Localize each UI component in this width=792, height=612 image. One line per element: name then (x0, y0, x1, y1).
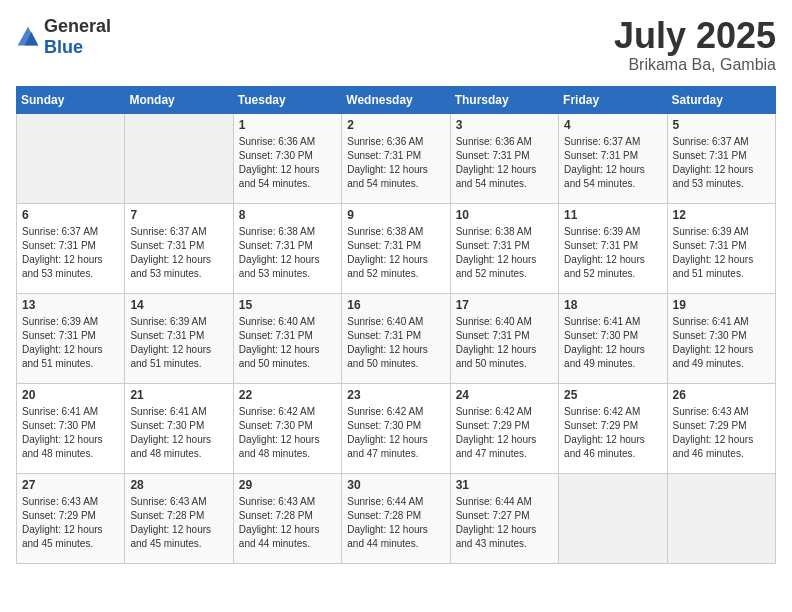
month-title: July 2025 (614, 16, 776, 56)
logo-icon (16, 25, 40, 49)
day-number: 17 (456, 298, 553, 312)
day-info: Sunrise: 6:37 AM Sunset: 7:31 PM Dayligh… (673, 135, 770, 191)
day-number: 16 (347, 298, 444, 312)
day-number: 4 (564, 118, 661, 132)
day-number: 30 (347, 478, 444, 492)
calendar-cell (667, 473, 775, 563)
day-info: Sunrise: 6:44 AM Sunset: 7:27 PM Dayligh… (456, 495, 553, 551)
calendar-cell: 14Sunrise: 6:39 AM Sunset: 7:31 PM Dayli… (125, 293, 233, 383)
day-info: Sunrise: 6:37 AM Sunset: 7:31 PM Dayligh… (130, 225, 227, 281)
day-info: Sunrise: 6:36 AM Sunset: 7:30 PM Dayligh… (239, 135, 336, 191)
page-header: General Blue July 2025 Brikama Ba, Gambi… (16, 16, 776, 74)
calendar-week-row: 1Sunrise: 6:36 AM Sunset: 7:30 PM Daylig… (17, 113, 776, 203)
day-number: 22 (239, 388, 336, 402)
calendar-cell: 16Sunrise: 6:40 AM Sunset: 7:31 PM Dayli… (342, 293, 450, 383)
calendar-cell: 4Sunrise: 6:37 AM Sunset: 7:31 PM Daylig… (559, 113, 667, 203)
calendar-cell: 15Sunrise: 6:40 AM Sunset: 7:31 PM Dayli… (233, 293, 341, 383)
calendar-cell: 30Sunrise: 6:44 AM Sunset: 7:28 PM Dayli… (342, 473, 450, 563)
day-info: Sunrise: 6:40 AM Sunset: 7:31 PM Dayligh… (239, 315, 336, 371)
calendar-week-row: 13Sunrise: 6:39 AM Sunset: 7:31 PM Dayli… (17, 293, 776, 383)
day-info: Sunrise: 6:44 AM Sunset: 7:28 PM Dayligh… (347, 495, 444, 551)
day-number: 5 (673, 118, 770, 132)
day-info: Sunrise: 6:40 AM Sunset: 7:31 PM Dayligh… (347, 315, 444, 371)
calendar-table: SundayMondayTuesdayWednesdayThursdayFrid… (16, 86, 776, 564)
calendar-cell: 19Sunrise: 6:41 AM Sunset: 7:30 PM Dayli… (667, 293, 775, 383)
logo: General Blue (16, 16, 111, 58)
day-info: Sunrise: 6:38 AM Sunset: 7:31 PM Dayligh… (347, 225, 444, 281)
day-number: 20 (22, 388, 119, 402)
logo-blue-text: Blue (44, 37, 83, 57)
day-info: Sunrise: 6:41 AM Sunset: 7:30 PM Dayligh… (22, 405, 119, 461)
weekday-header: Sunday (17, 86, 125, 113)
calendar-cell: 18Sunrise: 6:41 AM Sunset: 7:30 PM Dayli… (559, 293, 667, 383)
day-info: Sunrise: 6:37 AM Sunset: 7:31 PM Dayligh… (564, 135, 661, 191)
day-info: Sunrise: 6:42 AM Sunset: 7:30 PM Dayligh… (239, 405, 336, 461)
day-number: 11 (564, 208, 661, 222)
day-number: 8 (239, 208, 336, 222)
calendar-cell: 2Sunrise: 6:36 AM Sunset: 7:31 PM Daylig… (342, 113, 450, 203)
day-number: 3 (456, 118, 553, 132)
calendar-cell: 20Sunrise: 6:41 AM Sunset: 7:30 PM Dayli… (17, 383, 125, 473)
day-number: 7 (130, 208, 227, 222)
day-number: 29 (239, 478, 336, 492)
calendar-cell: 11Sunrise: 6:39 AM Sunset: 7:31 PM Dayli… (559, 203, 667, 293)
calendar-cell: 17Sunrise: 6:40 AM Sunset: 7:31 PM Dayli… (450, 293, 558, 383)
day-number: 15 (239, 298, 336, 312)
day-info: Sunrise: 6:39 AM Sunset: 7:31 PM Dayligh… (22, 315, 119, 371)
calendar-cell (559, 473, 667, 563)
day-number: 23 (347, 388, 444, 402)
logo-general-text: General (44, 16, 111, 36)
weekday-header: Monday (125, 86, 233, 113)
calendar-cell: 31Sunrise: 6:44 AM Sunset: 7:27 PM Dayli… (450, 473, 558, 563)
day-info: Sunrise: 6:40 AM Sunset: 7:31 PM Dayligh… (456, 315, 553, 371)
day-info: Sunrise: 6:42 AM Sunset: 7:29 PM Dayligh… (564, 405, 661, 461)
calendar-cell (17, 113, 125, 203)
calendar-cell: 25Sunrise: 6:42 AM Sunset: 7:29 PM Dayli… (559, 383, 667, 473)
calendar-cell: 21Sunrise: 6:41 AM Sunset: 7:30 PM Dayli… (125, 383, 233, 473)
day-number: 19 (673, 298, 770, 312)
day-number: 14 (130, 298, 227, 312)
calendar-cell: 27Sunrise: 6:43 AM Sunset: 7:29 PM Dayli… (17, 473, 125, 563)
day-number: 27 (22, 478, 119, 492)
day-number: 6 (22, 208, 119, 222)
weekday-header: Friday (559, 86, 667, 113)
day-info: Sunrise: 6:38 AM Sunset: 7:31 PM Dayligh… (239, 225, 336, 281)
calendar-cell: 24Sunrise: 6:42 AM Sunset: 7:29 PM Dayli… (450, 383, 558, 473)
day-number: 21 (130, 388, 227, 402)
calendar-cell: 12Sunrise: 6:39 AM Sunset: 7:31 PM Dayli… (667, 203, 775, 293)
weekday-header: Wednesday (342, 86, 450, 113)
day-number: 31 (456, 478, 553, 492)
day-number: 28 (130, 478, 227, 492)
day-number: 26 (673, 388, 770, 402)
calendar-week-row: 27Sunrise: 6:43 AM Sunset: 7:29 PM Dayli… (17, 473, 776, 563)
day-number: 18 (564, 298, 661, 312)
calendar-header-row: SundayMondayTuesdayWednesdayThursdayFrid… (17, 86, 776, 113)
day-info: Sunrise: 6:39 AM Sunset: 7:31 PM Dayligh… (130, 315, 227, 371)
calendar-cell: 28Sunrise: 6:43 AM Sunset: 7:28 PM Dayli… (125, 473, 233, 563)
calendar-cell: 13Sunrise: 6:39 AM Sunset: 7:31 PM Dayli… (17, 293, 125, 383)
calendar-cell: 5Sunrise: 6:37 AM Sunset: 7:31 PM Daylig… (667, 113, 775, 203)
day-number: 2 (347, 118, 444, 132)
day-number: 25 (564, 388, 661, 402)
weekday-header: Tuesday (233, 86, 341, 113)
day-info: Sunrise: 6:39 AM Sunset: 7:31 PM Dayligh… (673, 225, 770, 281)
day-info: Sunrise: 6:36 AM Sunset: 7:31 PM Dayligh… (456, 135, 553, 191)
calendar-cell: 29Sunrise: 6:43 AM Sunset: 7:28 PM Dayli… (233, 473, 341, 563)
calendar-cell: 1Sunrise: 6:36 AM Sunset: 7:30 PM Daylig… (233, 113, 341, 203)
calendar-cell: 9Sunrise: 6:38 AM Sunset: 7:31 PM Daylig… (342, 203, 450, 293)
calendar-cell: 10Sunrise: 6:38 AM Sunset: 7:31 PM Dayli… (450, 203, 558, 293)
day-info: Sunrise: 6:39 AM Sunset: 7:31 PM Dayligh… (564, 225, 661, 281)
day-number: 13 (22, 298, 119, 312)
day-info: Sunrise: 6:41 AM Sunset: 7:30 PM Dayligh… (673, 315, 770, 371)
calendar-cell (125, 113, 233, 203)
day-info: Sunrise: 6:43 AM Sunset: 7:28 PM Dayligh… (130, 495, 227, 551)
location-title: Brikama Ba, Gambia (614, 56, 776, 74)
title-block: July 2025 Brikama Ba, Gambia (614, 16, 776, 74)
day-info: Sunrise: 6:41 AM Sunset: 7:30 PM Dayligh… (564, 315, 661, 371)
day-info: Sunrise: 6:42 AM Sunset: 7:29 PM Dayligh… (456, 405, 553, 461)
day-info: Sunrise: 6:37 AM Sunset: 7:31 PM Dayligh… (22, 225, 119, 281)
calendar-cell: 23Sunrise: 6:42 AM Sunset: 7:30 PM Dayli… (342, 383, 450, 473)
calendar-cell: 26Sunrise: 6:43 AM Sunset: 7:29 PM Dayli… (667, 383, 775, 473)
day-info: Sunrise: 6:41 AM Sunset: 7:30 PM Dayligh… (130, 405, 227, 461)
day-info: Sunrise: 6:43 AM Sunset: 7:28 PM Dayligh… (239, 495, 336, 551)
